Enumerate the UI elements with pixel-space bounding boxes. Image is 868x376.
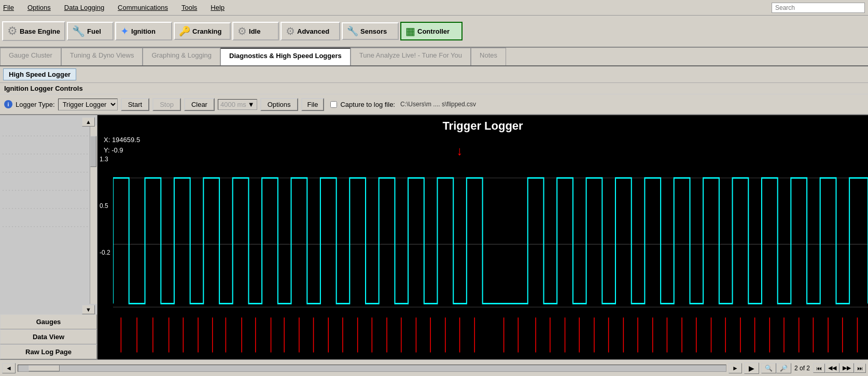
tab-graphing-logging[interactable]: Graphing & Logging — [143, 48, 220, 65]
menu-file[interactable]: File — [3, 4, 14, 11]
idle-label: Idle — [249, 27, 260, 35]
toolbar-fuel[interactable]: 🔧 Fuel — [67, 22, 114, 40]
clear-button[interactable]: Clear — [184, 98, 215, 111]
logger-type-label: Logger Type: — [16, 101, 55, 108]
sensors-label: Sensors — [360, 27, 387, 35]
play-button[interactable]: ▶ — [744, 363, 759, 374]
scroll-down-btn[interactable]: ▼ — [82, 305, 95, 314]
gauges-button[interactable]: Gauges — [0, 314, 97, 329]
toolbar-idle[interactable]: ⚙ Idle — [232, 22, 279, 40]
y-axis-bot: -0.2 — [100, 249, 110, 256]
advanced-label: Advanced — [297, 27, 329, 35]
y-axis-top: 1.3 — [100, 156, 108, 163]
nav-prev-btn[interactable]: ◀◀ — [825, 363, 839, 373]
toolbar-cranking[interactable]: 🔑 Cranking — [174, 22, 231, 40]
cranking-icon: 🔑 — [179, 25, 190, 37]
duration-dropdown-icon[interactable]: ▼ — [248, 101, 255, 108]
tab-tune-analyze[interactable]: Tune Analyze Live! - Tune For You — [351, 48, 471, 65]
page-info: 2 of 2 — [794, 365, 810, 372]
fuel-icon: 🔧 — [72, 25, 85, 37]
gear-icon: ⚙ — [7, 24, 18, 38]
nav-first-btn[interactable]: ⏮ — [813, 364, 825, 373]
waveform-chart — [113, 115, 868, 359]
file-path: C:\Users\m .... s\flipped.csv — [400, 101, 476, 108]
zoom-out-btn[interactable]: 🔍 — [761, 363, 776, 373]
ignition-icon: ✦ — [120, 25, 129, 37]
tab-notes[interactable]: Notes — [471, 48, 506, 65]
nav-last-btn[interactable]: ⏭ — [854, 364, 866, 373]
menu-help[interactable]: Help — [211, 4, 225, 11]
options-button[interactable]: Options — [260, 98, 298, 111]
fuel-label: Fuel — [87, 27, 101, 35]
scroll-left-btn[interactable]: ◄ — [2, 363, 16, 373]
menu-datalogging[interactable]: Data Logging — [64, 4, 104, 11]
toolbar-base-engine[interactable]: ⚙ Base Engine — [2, 21, 65, 41]
toolbar-sensors[interactable]: 🔧 Sensors — [342, 22, 399, 40]
toolbar-advanced[interactable]: ⚙ Advanced — [281, 22, 340, 40]
tab-gauge-cluster[interactable]: Gauge Cluster — [0, 48, 61, 65]
scroll-right-btn[interactable]: ► — [729, 363, 742, 373]
controller-icon: ▦ — [405, 25, 415, 37]
capture-checkbox[interactable] — [330, 101, 337, 108]
ignition-label: Ignition — [131, 27, 156, 35]
sensors-icon: 🔧 — [347, 25, 358, 37]
capture-label: Capture to log file: — [340, 101, 395, 108]
logger-type-select[interactable]: Trigger Logger — [58, 99, 118, 110]
section-title: High Speed Logger — [3, 68, 76, 80]
tab-tuning-dyno[interactable]: Tuning & Dyno Views — [61, 48, 143, 65]
controls-label: Ignition Logger Controls — [4, 85, 83, 92]
toolbar-controller[interactable]: ▦ Controller — [400, 22, 463, 40]
menu-options[interactable]: Options — [27, 4, 51, 11]
cranking-label: Cranking — [192, 27, 221, 35]
idle-icon: ⚙ — [237, 25, 247, 37]
info-icon: i — [4, 100, 12, 108]
zoom-in-btn[interactable]: 🔎 — [776, 363, 791, 373]
file-button[interactable]: File — [301, 98, 325, 111]
base-engine-label: Base Engine — [20, 27, 60, 35]
y-axis-mid: 0.5 — [100, 202, 108, 210]
hscrollbar-thumb[interactable] — [29, 365, 60, 371]
data-view-button[interactable]: Data View — [0, 329, 97, 344]
duration-value: 4000 ms — [220, 101, 246, 108]
menu-tools[interactable]: Tools — [181, 4, 197, 11]
start-button[interactable]: Start — [121, 98, 149, 111]
raw-log-button[interactable]: Raw Log Page — [0, 344, 97, 359]
toolbar-ignition[interactable]: ✦ Ignition — [115, 22, 172, 40]
nav-next-btn[interactable]: ▶▶ — [839, 363, 854, 373]
search-input[interactable] — [772, 3, 865, 13]
scroll-up-btn[interactable]: ▲ — [82, 117, 95, 127]
stop-button[interactable]: Stop — [152, 98, 181, 111]
tab-diagnostics[interactable]: Diagnostics & High Speed Loggers — [220, 48, 351, 65]
advanced-icon: ⚙ — [286, 25, 295, 37]
menu-communications[interactable]: Communications — [118, 4, 168, 11]
controller-label: Controller — [417, 27, 450, 35]
